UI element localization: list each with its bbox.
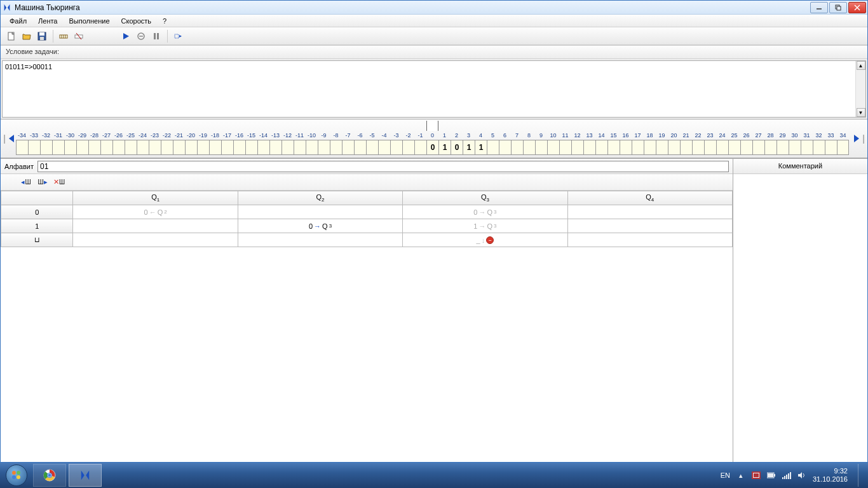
tape-cell[interactable] (523, 140, 535, 155)
tape-cell[interactable] (149, 140, 161, 155)
run-button[interactable] (119, 29, 133, 43)
alphabet-input[interactable] (37, 161, 729, 172)
tape-cell[interactable] (233, 140, 245, 155)
tape-cell[interactable] (354, 140, 366, 155)
program-cell[interactable] (567, 205, 732, 219)
tape-cell[interactable] (330, 140, 342, 155)
tape-cell[interactable] (161, 140, 173, 155)
tape-cell[interactable] (740, 140, 752, 155)
tape-cell[interactable] (837, 140, 849, 155)
state-header[interactable]: Q1 (73, 191, 238, 205)
tape-cell[interactable] (40, 140, 52, 155)
tape-cell[interactable]: 0 (451, 140, 463, 155)
new-button[interactable] (4, 29, 18, 43)
program-cell[interactable] (238, 205, 402, 219)
tape-clear-button[interactable] (72, 29, 86, 43)
tape-cell[interactable] (644, 140, 656, 155)
tape-cell[interactable] (547, 140, 559, 155)
tray-volume-icon[interactable] (797, 471, 806, 480)
step-button[interactable] (171, 29, 185, 43)
tape-cell[interactable] (112, 140, 125, 155)
delete-state-button[interactable]: ✕Ш (53, 177, 65, 188)
program-cell[interactable] (238, 233, 402, 247)
problem-scrollbar[interactable]: ▲ ▼ (855, 61, 865, 117)
add-state-right-button[interactable]: Ш▸ (36, 177, 49, 188)
tape-cell[interactable] (294, 140, 306, 155)
tape-cell[interactable] (16, 140, 28, 155)
tape-cell[interactable] (173, 140, 185, 155)
tape-cell[interactable] (559, 140, 571, 155)
tape-cell[interactable] (28, 140, 40, 155)
symbol-header[interactable]: 0 (1, 205, 73, 219)
tape-cell[interactable]: 1 (475, 140, 487, 155)
tape-cell[interactable] (221, 140, 233, 155)
tape-right-button[interactable] (852, 123, 861, 154)
tape-cell[interactable] (764, 140, 776, 155)
save-button[interactable] (35, 29, 49, 43)
tape-cell[interactable] (813, 140, 825, 155)
tray-battery-icon[interactable] (767, 471, 776, 480)
tape-cell[interactable] (704, 140, 716, 155)
menu-help[interactable]: ? (158, 16, 172, 26)
add-state-left-button[interactable]: ◂Ш (20, 177, 32, 188)
menu-run[interactable]: Выполнение (64, 16, 115, 26)
minimize-button[interactable] (810, 2, 828, 13)
tape-cell[interactable] (414, 140, 426, 155)
tape-cell[interactable] (100, 140, 112, 155)
menu-speed[interactable]: Скорость (116, 16, 157, 26)
tape-cell[interactable] (595, 140, 607, 155)
tape-cell[interactable] (801, 140, 813, 155)
comment-area[interactable] (733, 174, 867, 462)
tape-left-button[interactable] (7, 123, 16, 154)
symbol-header[interactable]: ⊔ (1, 233, 73, 247)
tape-cell[interactable] (390, 140, 402, 155)
tray-network-icon[interactable] (782, 471, 791, 480)
tape-cell[interactable] (269, 140, 281, 155)
tray-flag-icon[interactable] (752, 471, 761, 480)
start-button[interactable] (3, 464, 31, 487)
tape-cell[interactable] (281, 140, 294, 155)
tape-cell[interactable] (197, 140, 209, 155)
state-header[interactable]: Q3 (403, 191, 567, 205)
stop-button[interactable] (134, 29, 148, 43)
tape-cell[interactable] (137, 140, 149, 155)
tape-cell[interactable] (728, 140, 740, 155)
symbol-header[interactable]: 1 (1, 219, 73, 233)
tape-home-button[interactable]: | (2, 123, 7, 154)
tape-cell[interactable] (668, 140, 680, 155)
program-cell[interactable]: 0 ← Q2 (73, 205, 238, 219)
program-cell[interactable] (567, 219, 732, 233)
tape-cell[interactable] (366, 140, 378, 155)
tape-cell[interactable] (342, 140, 354, 155)
tape-cell[interactable] (571, 140, 583, 155)
close-button[interactable] (848, 2, 866, 13)
tape-cell[interactable] (716, 140, 728, 155)
tape-cell[interactable] (318, 140, 330, 155)
tape-cell[interactable] (499, 140, 511, 155)
scroll-up-icon[interactable]: ▲ (857, 61, 865, 70)
tape-cell[interactable] (257, 140, 269, 155)
tape-cell[interactable] (656, 140, 668, 155)
taskbar-app[interactable] (69, 464, 102, 487)
tape-cell[interactable] (88, 140, 100, 155)
tape-cell[interactable] (583, 140, 595, 155)
tape-end-button[interactable]: | (861, 123, 866, 154)
tape-cell[interactable] (64, 140, 76, 155)
program-cell[interactable] (73, 219, 238, 233)
tape-cell[interactable] (692, 140, 704, 155)
tape-cell[interactable] (825, 140, 837, 155)
tape-cell[interactable] (789, 140, 801, 155)
tray-arrow-icon[interactable]: ▴ (736, 471, 745, 480)
tape-cell[interactable] (620, 140, 632, 155)
menu-tape[interactable]: Лента (33, 16, 62, 26)
open-button[interactable] (20, 29, 34, 43)
tape-cell[interactable] (487, 140, 499, 155)
state-header[interactable]: Q4 (567, 191, 732, 205)
tape-cell[interactable] (209, 140, 221, 155)
problem-textarea[interactable]: 01011=>00011 ▲ ▼ (2, 60, 866, 118)
program-cell[interactable]: 1 → Q3 (403, 219, 567, 233)
tray-clock[interactable]: 9:32 31.10.2016 (813, 467, 848, 484)
program-cell[interactable]: _ ↓ – (403, 233, 567, 247)
tray-language[interactable]: EN (721, 471, 730, 479)
taskbar-chrome[interactable] (33, 464, 66, 487)
